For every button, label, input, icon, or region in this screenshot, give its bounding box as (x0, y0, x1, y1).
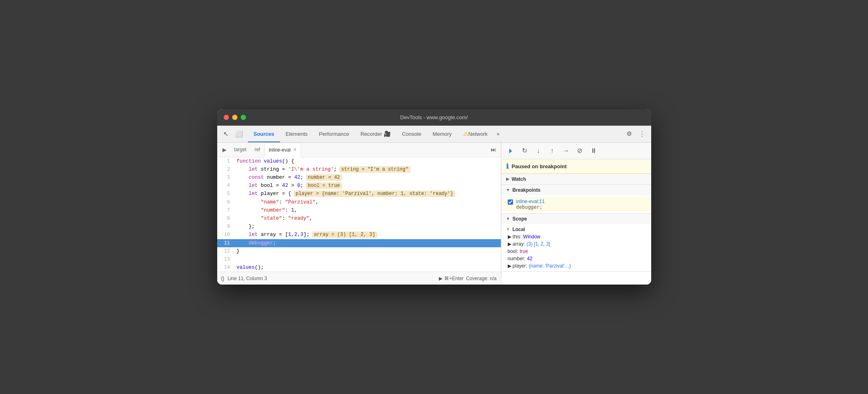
watch-section: ▶ Watch (501, 174, 651, 185)
list-item: ▶ array: (3) [1, 2, 3] (501, 240, 651, 248)
scope-arrow-icon: ▼ (506, 216, 510, 221)
watch-section-header[interactable]: ▶ Watch (501, 174, 651, 184)
run-button[interactable]: ▶ ⌘+Enter (439, 276, 464, 281)
minimize-button[interactable] (232, 115, 237, 120)
table-row: 10 let array = [1,2,3];array = (3) [1, 2… (217, 231, 501, 239)
list-item: number: 42 (501, 255, 651, 262)
debug-toolbar: ⏵ ↻ ↓ ↑ → ⊘ ⏸ (501, 143, 651, 159)
tab-elements[interactable]: Elements (280, 125, 313, 142)
deactivate-breakpoints-button[interactable]: ⊘ (574, 145, 586, 156)
more-options-button[interactable]: ⋮ (637, 128, 648, 139)
code-editor[interactable]: 1 function values() { 2 let string = 'I\… (217, 157, 501, 272)
maximize-button[interactable] (241, 115, 246, 120)
table-row: 11 debugger; (217, 239, 501, 247)
local-expand-icon: ▼ (506, 227, 510, 231)
window-title: DevTools - www.google.com/ (400, 114, 468, 120)
file-tabs: ▶ target ref inline-eval ✕ ⏭ (217, 143, 501, 157)
breakpoints-body: inline-eval:11 debugger; (501, 195, 651, 213)
watch-arrow-icon: ▶ (506, 177, 509, 181)
scope-local-header[interactable]: ▼ Local (501, 226, 651, 233)
local-label: Local (512, 227, 525, 232)
pause-on-exception-button[interactable]: ⏸ (588, 145, 599, 156)
scope-section-header[interactable]: ▼ Scope (501, 214, 651, 224)
format-icon[interactable]: {} (221, 276, 224, 281)
sources-panel: ▶ target ref inline-eval ✕ ⏭ (217, 143, 501, 285)
breakpoints-arrow-icon: ▼ (506, 188, 510, 192)
devtools-window: DevTools - www.google.com/ ↖ ⬜ Sources E… (217, 109, 651, 285)
shortcut-label: ⌘+Enter (444, 276, 464, 281)
warning-icon: ⚠ (463, 131, 468, 137)
file-tabs-end-button[interactable]: ⏭ (488, 144, 499, 155)
table-row: 12 } (217, 247, 501, 255)
recorder-icon: 🎥 (384, 131, 391, 137)
panel-nav-icon[interactable]: ▶ (219, 144, 230, 155)
table-row: 6 "name": "Parzival", (217, 198, 501, 206)
file-tab-inline-eval[interactable]: inline-eval ✕ (264, 143, 301, 157)
list-item: ▶ this: Window (501, 233, 651, 240)
table-row: 9 }; (217, 223, 501, 231)
table-row: 7 "number": 1, (217, 206, 501, 214)
tabbar: ↖ ⬜ Sources Elements Performance Recorde… (217, 126, 651, 143)
more-tabs-button[interactable]: » (493, 131, 503, 137)
breakpoint-checkbox[interactable] (508, 199, 513, 205)
coverage-label: Coverage: n/a (466, 276, 496, 281)
tab-performance[interactable]: Performance (313, 125, 355, 142)
table-row: 3 const number = 42;number = 42 (217, 173, 501, 182)
tab-memory[interactable]: Memory (427, 125, 458, 142)
device-icon[interactable]: ⬜ (233, 128, 245, 139)
step-button[interactable]: → (560, 145, 572, 156)
table-row: 5 let player = {player = {name: 'Parziva… (217, 190, 501, 198)
tabbar-right: ⚙ ⋮ (624, 128, 648, 139)
table-row: 13 (217, 255, 501, 263)
breakpoint-code: debugger; (516, 204, 645, 210)
list-item: inline-eval:11 debugger; (501, 197, 651, 212)
tab-recorder[interactable]: Recorder 🎥 (355, 125, 396, 142)
file-tab-ref[interactable]: ref (250, 142, 264, 157)
status-bar: {} Line 11, Column 3 ▶ ⌘+Enter Coverage:… (217, 272, 501, 285)
resume-button[interactable]: ⏵ (505, 145, 517, 156)
breakpoints-section-header[interactable]: ▼ Breakpoints (501, 185, 651, 195)
list-item: bool: true (501, 248, 651, 255)
main-content: ▶ target ref inline-eval ✕ ⏭ (217, 143, 651, 285)
table-row: 8 "state": "ready", (217, 214, 501, 223)
file-tab-target[interactable]: target (230, 142, 251, 157)
tabbar-icons: ↖ ⬜ (220, 128, 245, 139)
close-button[interactable] (224, 115, 229, 120)
tab-console[interactable]: Console (396, 125, 427, 142)
breakpoint-file: inline-eval:11 (516, 199, 645, 204)
step-into-button[interactable]: ↓ (533, 145, 544, 156)
scope-section: ▼ Scope ▼ Local ▶ this: Window ▶ array: … (501, 214, 651, 272)
table-row: 2 let string = 'I\'m a string';string = … (217, 165, 501, 173)
cursor-position: Line 11, Column 3 (228, 276, 267, 281)
tab-network[interactable]: ⚠ Network (458, 125, 494, 142)
scope-label: Scope (512, 216, 527, 222)
cursor-icon[interactable]: ↖ (220, 128, 232, 139)
tab-sources[interactable]: Sources (248, 125, 280, 142)
list-item: ▶ player: {name: 'Parzival'…} (501, 262, 651, 270)
code-table: 1 function values() { 2 let string = 'I\… (217, 157, 501, 272)
breakpoints-section: ▼ Breakpoints inline-eval:11 debugger; (501, 185, 651, 214)
breakpoints-label: Breakpoints (512, 187, 540, 193)
close-tab-icon[interactable]: ✕ (293, 148, 297, 152)
settings-button[interactable]: ⚙ (624, 128, 635, 139)
titlebar: DevTools - www.google.com/ (217, 109, 651, 126)
breakpoint-content: inline-eval:11 debugger; (516, 199, 645, 210)
status-bar-right: ▶ ⌘+Enter Coverage: n/a (439, 276, 496, 281)
run-icon: ▶ (439, 276, 443, 281)
step-over-button[interactable]: ↻ (519, 145, 530, 156)
paused-notice-text: Paused on breakpoint (512, 163, 567, 169)
watch-label: Watch (512, 176, 526, 182)
paused-notice: ℹ Paused on breakpoint (501, 159, 651, 174)
traffic-lights (224, 115, 246, 120)
table-row: 14 values(); (217, 263, 501, 272)
right-panel: ⏵ ↻ ↓ ↑ → ⊘ ⏸ ℹ Paused on breakpoint ▶ W… (501, 143, 651, 285)
step-out-button[interactable]: ↑ (547, 145, 558, 156)
table-row: 4 let bool = 42 > 0;bool = true (217, 182, 501, 190)
info-icon: ℹ (506, 163, 509, 170)
scope-body: ▼ Local ▶ this: Window ▶ array: (3) [1, … (501, 224, 651, 271)
table-row: 1 function values() { (217, 157, 501, 165)
